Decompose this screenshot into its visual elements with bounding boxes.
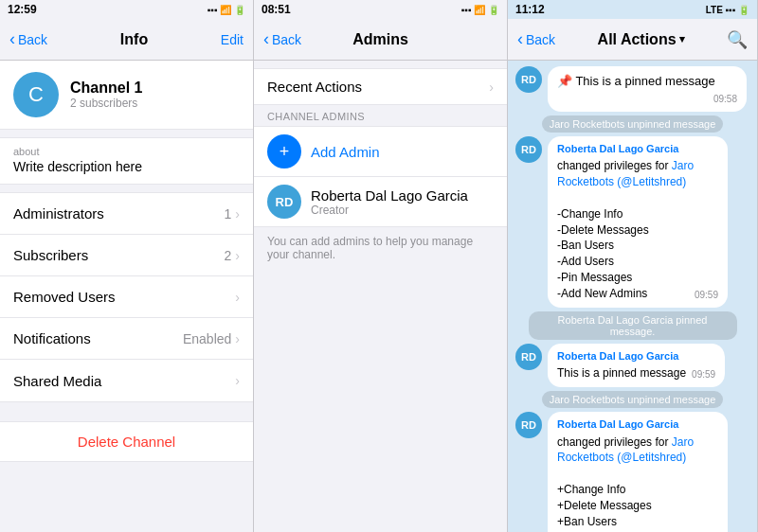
delete-section[interactable]: Delete Channel xyxy=(0,421,253,462)
add-admin-label: Add Admin xyxy=(311,144,380,160)
back-button-left[interactable]: ‹ Back xyxy=(9,29,47,49)
about-text: Write description here xyxy=(13,159,240,174)
pinned-text: This is a pinned message xyxy=(575,74,714,88)
chat-bubble-1: Roberta Dal Lago Garcia changed privileg… xyxy=(548,136,728,308)
status-bar-left: 12:59 ▪▪▪ 📶 🔋 xyxy=(0,0,253,19)
msg-text-3: changed privileges for Jaro Rocketbots (… xyxy=(557,434,718,532)
msg-time-1: 09:59 xyxy=(695,289,718,302)
about-section: about Write description here xyxy=(0,137,253,185)
shared-media-label: Shared Media xyxy=(13,373,235,389)
system-msg-1: Jaro Rocketbots unpinned message xyxy=(542,115,724,133)
recent-actions-row[interactable]: Recent Actions › xyxy=(254,68,507,105)
chat-bubble-2: Roberta Dal Lago Garcia This is a pinned… xyxy=(548,344,725,387)
channel-avatar: C xyxy=(13,72,59,117)
left-panel: 12:59 ▪▪▪ 📶 🔋 ‹ Back Info Edit C Channel… xyxy=(0,0,254,532)
sender-name-3: Roberta Dal Lago Garcia xyxy=(557,417,718,432)
administrators-value: 1 xyxy=(225,206,232,222)
system-msg-2: Roberta Dal Lago Garcia pinned message. xyxy=(529,311,737,340)
channel-subscribers: 2 subscribers xyxy=(70,97,142,110)
nav-bar-right: ‹ Back All Actions ▾ 🔍 xyxy=(508,19,757,61)
chat-row-2: RD Roberta Dal Lago Garcia This is a pin… xyxy=(515,344,749,387)
menu-item-removed[interactable]: Removed Users › xyxy=(0,276,253,318)
pinned-bubble: 📌 This is a pinned message 09:58 xyxy=(548,66,747,112)
chat-row-1: RD Roberta Dal Lago Garcia changed privi… xyxy=(515,136,749,308)
delete-label: Delete Channel xyxy=(13,434,240,450)
chevron-icon-notif: › xyxy=(235,331,240,346)
nav-title-right: All Actions ▾ xyxy=(598,31,685,48)
chat-area: RD 📌 This is a pinned message 09:58 Jaro… xyxy=(508,61,757,532)
channel-info: Channel 1 2 subscribers xyxy=(70,80,142,110)
sender-name-2: Roberta Dal Lago Garcia xyxy=(557,349,715,364)
add-admin-icon: + xyxy=(267,134,301,168)
rd-avatar-2: RD xyxy=(515,136,542,163)
subscribers-label: Subscribers xyxy=(13,247,225,263)
time-mid: 08:51 xyxy=(262,3,291,16)
nav-bar-mid: ‹ Back Admins xyxy=(254,19,507,61)
channel-name: Channel 1 xyxy=(70,80,142,97)
sender-name-1: Roberta Dal Lago Garcia xyxy=(557,142,718,156)
icons-right: LTE ▪▪▪ 🔋 xyxy=(706,5,749,15)
icons-mid: ▪▪▪ 📶 🔋 xyxy=(461,5,499,15)
back-label-mid: Back xyxy=(272,32,301,47)
time-left: 12:59 xyxy=(8,3,37,16)
back-label-left: Back xyxy=(18,32,47,47)
pinned-message-row: RD 📌 This is a pinned message 09:58 xyxy=(515,66,749,112)
admin-details: Roberta Dal Lago Garcia Creator xyxy=(311,187,468,217)
admin-row[interactable]: RD Roberta Dal Lago Garcia Creator xyxy=(254,177,507,227)
administrators-label: Administrators xyxy=(13,205,225,222)
removed-label: Removed Users xyxy=(13,289,235,305)
admin-hint: You can add admins to help you manage yo… xyxy=(254,227,507,269)
chevron-icon-subs: › xyxy=(235,248,240,263)
mid-panel: 08:51 ▪▪▪ 📶 🔋 ‹ Back Admins Recent Actio… xyxy=(254,0,508,532)
back-chevron-right: ‹ xyxy=(517,29,523,49)
chevron-icon-removed: › xyxy=(235,290,240,305)
edit-button[interactable]: Edit xyxy=(221,32,244,47)
nav-title-mid: Admins xyxy=(352,31,408,48)
chevron-icon-media: › xyxy=(235,373,240,388)
back-chevron-mid: ‹ xyxy=(263,29,269,49)
menu-item-subscribers[interactable]: Subscribers 2 › xyxy=(0,235,253,276)
chat-row-3: RD Roberta Dal Lago Garcia changed privi… xyxy=(515,412,749,532)
channel-header: C Channel 1 2 subscribers xyxy=(0,61,253,130)
admin-avatar: RD xyxy=(267,185,301,219)
dropdown-icon: ▾ xyxy=(679,33,685,45)
notifications-value: Enabled xyxy=(183,331,231,346)
subscribers-value: 2 xyxy=(225,248,232,263)
msg-time-2: 09:59 xyxy=(692,368,715,381)
notifications-label: Notifications xyxy=(13,330,183,346)
icons-left: ▪▪▪ 📶 🔋 xyxy=(208,5,245,15)
nav-title-left: Info xyxy=(120,31,148,48)
menu-item-administrators[interactable]: Administrators 1 › xyxy=(0,193,253,235)
add-admin-row[interactable]: + Add Admin xyxy=(254,126,507,177)
recent-actions-label: Recent Actions xyxy=(267,79,489,95)
time-right: 11:12 xyxy=(515,3,545,16)
menu-item-shared-media[interactable]: Shared Media › xyxy=(0,360,253,401)
pinned-time: 09:58 xyxy=(713,93,737,106)
channel-admins-header: CHANNEL ADMINS xyxy=(254,105,507,126)
back-button-right[interactable]: ‹ Back xyxy=(517,29,555,49)
search-button-right[interactable]: 🔍 xyxy=(727,29,748,50)
chat-bubble-3: Roberta Dal Lago Garcia changed privileg… xyxy=(548,412,728,532)
chevron-icon: › xyxy=(235,206,240,222)
menu-section: Administrators 1 › Subscribers 2 › Remov… xyxy=(0,192,253,402)
status-bar-right: 11:12 LTE ▪▪▪ 🔋 xyxy=(508,0,757,19)
rd-avatar-4: RD xyxy=(515,412,542,438)
back-label-right: Back xyxy=(526,32,555,47)
about-label: about xyxy=(13,146,240,157)
back-button-mid[interactable]: ‹ Back xyxy=(263,29,301,49)
right-panel: 11:12 LTE ▪▪▪ 🔋 ‹ Back All Actions ▾ 🔍 R… xyxy=(508,0,758,532)
admin-role: Creator xyxy=(311,204,468,217)
recent-actions-chevron: › xyxy=(489,80,494,95)
back-chevron-left: ‹ xyxy=(9,29,15,49)
plus-icon: + xyxy=(280,142,290,162)
msg-text-2: This is a pinned message 09:59 xyxy=(557,365,715,381)
status-bar-mid: 08:51 ▪▪▪ 📶 🔋 xyxy=(254,0,507,19)
msg-text-1: changed privileges for Jaro Rocketbots (… xyxy=(557,158,718,301)
nav-bar-left: ‹ Back Info Edit xyxy=(0,19,253,61)
menu-item-notifications[interactable]: Notifications Enabled › xyxy=(0,318,253,360)
mid-content: Recent Actions › CHANNEL ADMINS + Add Ad… xyxy=(254,61,507,532)
rd-avatar-1: RD xyxy=(515,66,542,93)
admin-name: Roberta Dal Lago Garcia xyxy=(311,187,468,204)
rd-avatar-3: RD xyxy=(515,344,542,370)
pin-icon: 📌 xyxy=(557,74,572,88)
